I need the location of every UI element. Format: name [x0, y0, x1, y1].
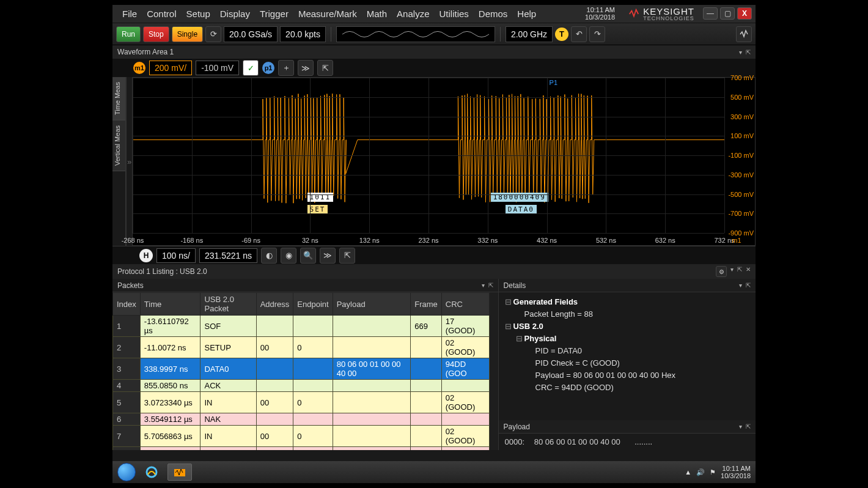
details-menu-icon[interactable]: ▾	[739, 282, 742, 289]
timebase-toolbar: H 100 ns/ 231.5221 ns ◐ ◉ 🔍 ≫ ⇱	[112, 246, 756, 264]
gear-icon[interactable]: ⚙	[716, 266, 727, 277]
pane-pin-icon[interactable]: ⇱	[737, 266, 742, 277]
tree-node[interactable]: Payload = 80 06 00 01 00 00 40 00 Hex	[505, 369, 749, 382]
table-row[interactable]: 53.0723340 µsIN00002 (GOOD)	[113, 392, 490, 413]
probe-badge-p1[interactable]: p1	[262, 62, 274, 74]
col-payload[interactable]: Payload	[333, 293, 411, 316]
horizontal-badge[interactable]: H	[139, 249, 153, 262]
redo-icon[interactable]: ↷	[589, 26, 605, 42]
col-usb-2-0-packet[interactable]: USB 2.0 Packet	[200, 293, 256, 316]
start-button[interactable]	[117, 463, 136, 481]
taskbar-scope-icon[interactable]	[167, 464, 192, 481]
menu-setup[interactable]: Setup	[182, 6, 215, 21]
menu-math[interactable]: Math	[362, 6, 392, 21]
scrollbar[interactable]	[490, 292, 498, 450]
menu-demos[interactable]: Demos	[474, 6, 513, 21]
tab-time-meas[interactable]: Time Meas	[112, 77, 125, 120]
payload-pin-icon[interactable]: ⇱	[746, 423, 751, 430]
channel-enable-checkbox[interactable]: ✓	[243, 60, 259, 76]
side-tabs: Time Meas Vertical Meas	[112, 77, 126, 246]
popout-icon[interactable]: ⇱	[317, 60, 333, 76]
zoom-icon[interactable]: 🔍	[300, 248, 316, 264]
col-time[interactable]: Time	[140, 293, 200, 316]
more-icon[interactable]: ≫	[298, 60, 314, 76]
clear-display-icon[interactable]: ⟳	[205, 26, 221, 42]
waveform-display[interactable]: P1 1011 SET 1800000409 DATA0 700 mV500 m…	[132, 77, 756, 246]
undo-icon[interactable]: ↶	[571, 26, 587, 42]
tree-node[interactable]: Packet Length = 88	[505, 308, 749, 320]
tree-node[interactable]: PID = DATA0	[505, 345, 749, 357]
table-row[interactable]: 75.7056863 µsIN00002 (GOOD)	[113, 426, 490, 447]
tray-volume-icon[interactable]: 🔊	[696, 468, 705, 476]
menu-analyze[interactable]: Analyze	[392, 6, 434, 21]
single-button[interactable]: Single	[172, 26, 203, 42]
menu-utilities[interactable]: Utilities	[434, 6, 473, 21]
pane-pin-icon[interactable]: ⇱	[746, 49, 751, 56]
bandwidth-field[interactable]: 2.00 GHz	[506, 26, 553, 42]
layout-icon[interactable]	[736, 26, 752, 42]
taskbar-ie-icon[interactable]	[139, 464, 164, 481]
menu-file[interactable]: File	[117, 6, 142, 21]
tray-flag-icon[interactable]: ⚑	[710, 468, 716, 476]
table-row[interactable]: 4855.0850 nsACK	[113, 380, 490, 392]
payload-menu-icon[interactable]: ▾	[739, 423, 742, 430]
table-row[interactable]: 2-11.0072 nsSETUP00002 (GOOD)	[113, 337, 490, 358]
pane-close-icon[interactable]: ✕	[746, 266, 751, 277]
expand-handle[interactable]: »	[126, 77, 132, 246]
tray-clock[interactable]: 10:11 AM 10/3/2018	[721, 465, 751, 479]
col-endpoint[interactable]: Endpoint	[293, 293, 333, 316]
tree-node[interactable]: ⊟Generated Fields	[505, 296, 749, 308]
memory-depth-field[interactable]: 20.0 kpts	[280, 26, 326, 42]
trigger-wave-preview[interactable]	[336, 26, 495, 42]
channel-badge-m1[interactable]: m1	[133, 62, 145, 74]
packets-menu-icon[interactable]: ▾	[482, 282, 485, 289]
pane-dropdown-icon[interactable]: ▾	[739, 49, 742, 56]
pane-dropdown-icon[interactable]: ▾	[730, 266, 734, 277]
timebase-scale-field[interactable]: 100 ns/	[156, 248, 196, 263]
timebase-delay-field[interactable]: 231.5221 ns	[199, 248, 257, 263]
packets-pin-icon[interactable]: ⇱	[488, 282, 493, 289]
menu-help[interactable]: Help	[512, 6, 541, 21]
menu-control[interactable]: Control	[142, 6, 181, 21]
protocol-header: Protocol 1 Listing : USB 2.0 ⚙ ▾ ⇱ ✕	[112, 264, 756, 279]
tray-up-icon[interactable]: ▲	[685, 468, 691, 476]
menu-measure-mark[interactable]: Measure/Mark	[293, 6, 362, 21]
add-measurement-icon[interactable]: ＋	[278, 60, 294, 76]
brand-logo: KEYSIGHT TECHNOLOGIES	[628, 6, 694, 21]
vertical-scale-field[interactable]: 200 mV/	[149, 61, 192, 75]
table-row[interactable]: 3338.9997 nsDATA080 06 00 01 00 00 40 00…	[113, 358, 490, 380]
y-tick-label: 300 mV	[730, 113, 754, 120]
channel-toolbar: m1 200 mV/ -100 mV ✓ p1 ＋ ≫ ⇱	[112, 59, 756, 77]
popout-horiz-icon[interactable]: ⇱	[339, 248, 355, 264]
table-row[interactable]: 63.5549112 µsNAK	[113, 413, 490, 426]
menu-display[interactable]: Display	[215, 6, 255, 21]
col-frame[interactable]: Frame	[411, 293, 442, 316]
close-button[interactable]: X	[737, 7, 752, 20]
col-crc[interactable]: CRC	[441, 293, 489, 316]
more-horiz-icon[interactable]: ≫	[320, 248, 336, 264]
menu-trigger[interactable]: Trigger	[255, 6, 293, 21]
col-index[interactable]: Index	[113, 293, 141, 316]
table-row[interactable]: 1-13.6110792 µsSOF66917 (GOOD)	[113, 316, 490, 337]
details-pin-icon[interactable]: ⇱	[746, 282, 751, 289]
tree-node[interactable]: ⊟USB 2.0	[505, 320, 749, 333]
tree-node[interactable]: CRC = 94DD (GOOD)	[505, 382, 749, 394]
trigger-badge[interactable]: T	[555, 28, 568, 41]
tab-vertical-meas[interactable]: Vertical Meas	[112, 120, 125, 171]
y-tick-label: -700 mV	[728, 210, 754, 217]
cursor-icon[interactable]: ◐	[261, 248, 277, 264]
packets-table[interactable]: IndexTimeUSB 2.0 PacketAddressEndpointPa…	[112, 292, 490, 450]
col-address[interactable]: Address	[256, 293, 293, 316]
sample-rate-field[interactable]: 20.0 GSa/s	[224, 26, 278, 42]
tree-node[interactable]: PID Check = C (GOOD)	[505, 357, 749, 369]
run-button[interactable]: Run	[116, 26, 141, 42]
details-tree[interactable]: ⊟Generated FieldsPacket Length = 88⊟USB …	[499, 292, 756, 420]
x-tick-label: 132 ns	[359, 237, 380, 244]
maximize-button[interactable]: ▢	[720, 7, 735, 20]
tree-node[interactable]: ⊟Physical	[505, 333, 749, 345]
marker-icon[interactable]: ◉	[281, 248, 296, 264]
vertical-offset-field[interactable]: -100 mV	[196, 61, 239, 75]
stop-button[interactable]: Stop	[143, 26, 169, 42]
table-row[interactable]: 86.1882358 µsNAK	[113, 447, 490, 451]
minimize-button[interactable]: —	[703, 7, 718, 20]
